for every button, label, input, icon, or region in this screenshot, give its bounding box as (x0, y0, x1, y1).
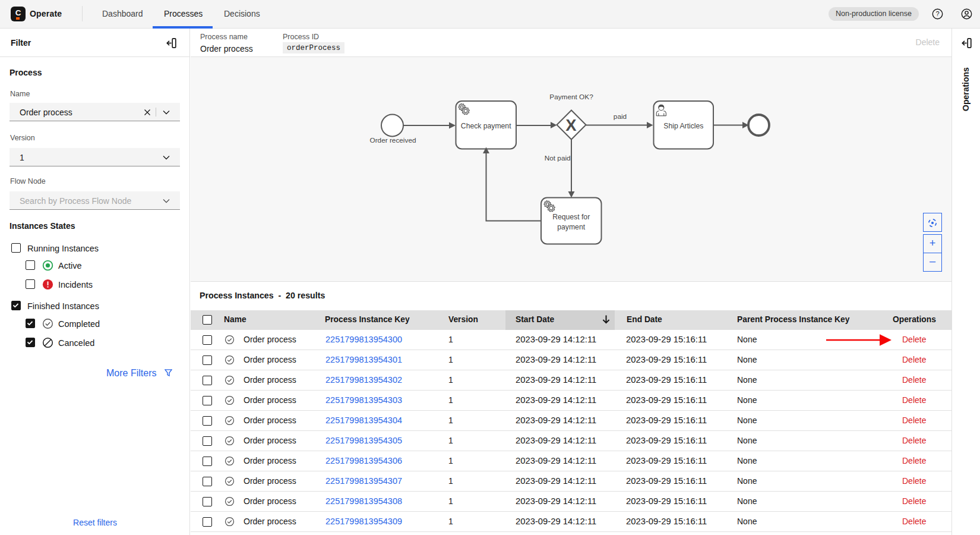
svg-text:Not paid: Not paid (545, 154, 571, 162)
svg-text:Order received: Order received (369, 136, 416, 144)
svg-text:X: X (565, 116, 577, 134)
svg-text:Check payment: Check payment (461, 122, 511, 130)
svg-text:Payment OK?: Payment OK? (549, 93, 593, 101)
svg-text:Ship Articles: Ship Articles (663, 122, 703, 130)
svg-text:Request for: Request for (552, 213, 590, 221)
svg-text:payment: payment (557, 223, 585, 231)
svg-text:?: ? (935, 10, 939, 17)
svg-text:paid: paid (614, 112, 627, 121)
